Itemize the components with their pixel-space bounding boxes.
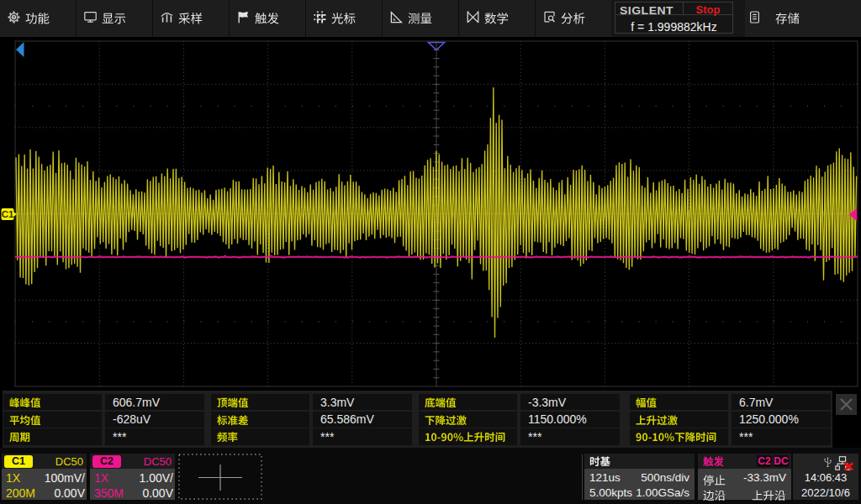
measurement-value-cell: 606.7mV (105, 394, 204, 410)
cjk-text-svg (9, 397, 41, 408)
frequency-counter: f = 1.999882kHz (615, 20, 732, 34)
measurement-value-cell: *** (105, 428, 204, 444)
c1-probe: 1X (6, 471, 20, 485)
display-icon (84, 11, 97, 24)
measurement-value: 65.586mV (313, 412, 374, 426)
measurement-label (419, 432, 506, 443)
measurement-label-cell (211, 428, 309, 444)
menu-item-function[interactable] (0, 0, 77, 37)
trigger-slope (752, 485, 786, 501)
timebase-samplerate: 1.00GSa/s (636, 486, 689, 499)
cjk-text-svg (408, 13, 432, 25)
menu-bar: SIGLENT Stop f = 1.999882kHz (0, 0, 861, 37)
info-row: -33.3mV (703, 470, 786, 486)
menu-item-storage[interactable] (745, 0, 861, 37)
menu-item-cursors[interactable] (306, 0, 383, 37)
measurement-value-cell: 1250.000% (732, 412, 831, 428)
cjk-text-svg (255, 13, 279, 25)
measurement-label (211, 432, 238, 443)
measurement-value: 6.7mV (732, 396, 773, 409)
menu-item-display[interactable] (77, 0, 153, 37)
trigger-delay-arrow (16, 42, 24, 57)
info-row: 121us 500ns/div (589, 470, 689, 486)
measurement-label (3, 432, 30, 443)
menu-item-trigger[interactable] (230, 0, 306, 37)
lan-icon (835, 456, 853, 470)
measurement-label (630, 432, 717, 443)
cjk-text-svg (9, 432, 30, 443)
measurement-value-cell: 65.586mV (313, 412, 412, 428)
cjk-text-svg (703, 456, 724, 467)
measurement-value: *** (732, 430, 753, 444)
timebase-status-box[interactable]: 121us 500ns/div 5.00kpts 1.00GSa/s (584, 454, 695, 500)
cjk-text-svg (589, 456, 610, 467)
c1-scale: 100mV/ (45, 471, 85, 485)
channel1-status-box[interactable]: C1 DC50 1X 100mV/ 200M 0.00V (2, 454, 87, 500)
clock-date: 2022/10/6 (793, 486, 858, 499)
cursor-grid-icon (314, 11, 326, 24)
measurement-label (630, 415, 678, 426)
measurement-value: *** (105, 430, 126, 444)
channel-row: 1X 1.00V/ (94, 470, 173, 486)
measurement-label (211, 415, 249, 426)
channel-header: C1 DC50 (2, 454, 87, 468)
measurement-label-cell (3, 412, 102, 428)
flag-icon (237, 11, 250, 24)
waveform-display[interactable]: C1 (0, 37, 861, 391)
c1-channel-badge[interactable]: C1 (2, 208, 18, 220)
measurement-label-cell (211, 394, 309, 410)
channel-row: 350M 0.00V (94, 486, 173, 501)
timebase-scale: 500ns/div (641, 471, 689, 484)
menu-item-label (178, 13, 203, 25)
c1-offset: 0.00V (54, 486, 85, 500)
channel2-status-box[interactable]: C2 DC50 1X 1.00V/ 350M 0.00V (90, 454, 175, 500)
measurement-value: 3.3mV (313, 396, 354, 409)
measurement-label-cell (419, 412, 517, 428)
measurement-label (3, 415, 41, 426)
cjk-text-svg (425, 432, 506, 443)
menu-item-math[interactable] (459, 0, 536, 37)
timebase-points: 5.00kpts (589, 486, 632, 499)
c2-bandwidth: 350M (94, 486, 124, 500)
measurement-value-cell: -628uV (105, 412, 204, 428)
crosshair-icon (198, 465, 242, 491)
xy-crosshair-box[interactable] (178, 454, 262, 500)
gear-icon (8, 11, 20, 24)
trigger-status-box[interactable]: C2 DC -33.3mV (698, 454, 791, 500)
measurement-close-button[interactable] (836, 394, 857, 415)
measurement-label-cell (630, 394, 728, 410)
status-bar: C1 DC50 1X 100mV/ 200M 0.00V C2 DC50 1X … (0, 448, 861, 504)
trigger-type (703, 485, 726, 501)
measurement-value: *** (313, 430, 334, 444)
trigger-status (703, 470, 726, 486)
math-icon (467, 11, 479, 24)
channel-header: C2 DC50 (90, 454, 175, 468)
measurement-value-cell: *** (520, 428, 620, 444)
menu-item-analysis[interactable] (536, 0, 612, 37)
cjk-text-svg (636, 415, 678, 426)
cjk-text-svg (217, 432, 238, 443)
measurement-value-cell: *** (313, 428, 412, 444)
cjk-text-svg (636, 397, 657, 408)
cjk-text-svg (217, 415, 249, 426)
measurement-value: *** (520, 430, 541, 444)
menu-item-measure[interactable] (383, 0, 459, 37)
measurement-label (211, 397, 249, 408)
measurement-label-cell (419, 428, 517, 444)
c2-offset: 0.00V (142, 486, 173, 500)
cjk-text-svg (102, 13, 126, 25)
usb-icon (823, 456, 832, 469)
menu-item-acquire[interactable] (153, 0, 230, 37)
analysis-icon (543, 11, 556, 24)
run-state-indicator[interactable]: Stop (684, 3, 732, 16)
clock-time: 14:06:43 (793, 471, 858, 484)
cjk-text-svg (331, 13, 356, 25)
menu-item-label (255, 13, 279, 25)
cjk-text-svg (703, 490, 726, 501)
timebase-title (589, 454, 610, 468)
scope-canvas: C1 (0, 37, 861, 391)
c2-coupling: DC50 (144, 455, 172, 468)
trigger-level: -33.3mV (743, 471, 786, 484)
measurement-value: 1150.000% (520, 412, 587, 426)
menu-item-label (775, 13, 800, 25)
